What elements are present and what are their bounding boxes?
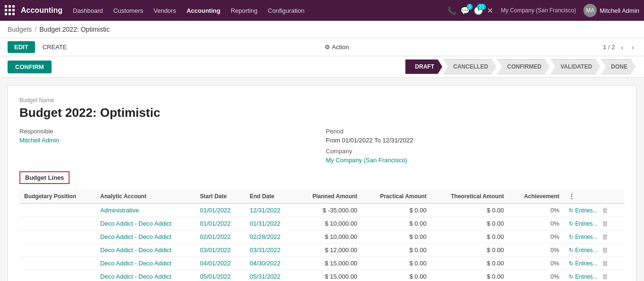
cell-planned-amount: $ 10,000.00 — [295, 230, 362, 244]
cell-budgetary-position — [19, 270, 96, 281]
delete-icon[interactable]: 🗑 — [602, 260, 608, 267]
cell-achievement: 0% — [509, 203, 564, 217]
delete-icon[interactable]: 🗑 — [602, 220, 608, 227]
action-button[interactable]: ⚙ Action — [321, 41, 353, 53]
create-button[interactable]: CREATE — [39, 41, 71, 53]
cell-analytic-account[interactable]: Deco Addict - Deco Addict — [96, 244, 195, 257]
cell-end-date[interactable]: 02/28/2022 — [245, 230, 295, 244]
delete-icon[interactable]: 🗑 — [602, 207, 608, 214]
confirm-button[interactable]: CONFIRM — [8, 61, 52, 73]
chat-badge: 5 — [467, 4, 473, 10]
avatar: MA — [583, 4, 597, 17]
cell-analytic-account[interactable]: Deco Addict - Deco Addict — [96, 217, 195, 230]
close-icon[interactable]: ✕ — [487, 6, 493, 15]
cell-start-date[interactable]: 02/01/2022 — [195, 230, 245, 244]
responsible-label: Responsible — [19, 128, 318, 135]
cell-achievement: 0% — [509, 217, 564, 230]
menu-vendors[interactable]: Vendors — [149, 5, 181, 16]
cell-analytic-account[interactable]: Deco Addict - Deco Addict — [96, 257, 195, 270]
delete-icon[interactable]: 🗑 — [602, 246, 608, 254]
status-bar: CONFIRM DRAFT CANCELLED CONFIRMED VALIDA… — [0, 56, 644, 78]
app-logo[interactable]: Accounting — [5, 5, 62, 16]
activity-icon[interactable]: 🕐31 — [474, 6, 483, 15]
cell-analytic-account[interactable]: Deco Addict - Deco Addict — [96, 230, 195, 244]
cell-start-date[interactable]: 05/01/2022 — [195, 270, 245, 281]
cell-practical-amount: $ 0.00 — [362, 203, 431, 217]
status-done[interactable]: DONE — [601, 59, 635, 74]
entries-link[interactable]: ↻ Entries... — [569, 247, 598, 254]
cell-theoretical-amount: $ 0.00 — [431, 230, 509, 244]
col-budgetary-position: Budgetary Position — [19, 190, 96, 203]
cell-start-date[interactable]: 03/01/2022 — [195, 244, 245, 257]
edit-button[interactable]: EDIT — [8, 41, 35, 53]
cell-achievement: 0% — [509, 230, 564, 244]
period-label: Period — [326, 128, 625, 135]
cell-end-date[interactable]: 05/31/2022 — [245, 270, 295, 281]
entries-link[interactable]: ↻ Entries... — [569, 260, 598, 267]
entries-link[interactable]: ↻ Entries... — [569, 220, 598, 227]
entries-link[interactable]: ↻ Entries... — [569, 207, 598, 214]
cell-budgetary-position — [19, 203, 96, 217]
col-start-date: Start Date — [195, 190, 245, 203]
menu-configuration[interactable]: Configuration — [263, 5, 309, 16]
status-cancelled[interactable]: CANCELLED — [443, 59, 496, 74]
phone-icon[interactable]: 📞 — [447, 6, 457, 15]
breadcrumb-parent[interactable]: Budgets — [8, 26, 32, 33]
cell-analytic-account[interactable]: Deco Addict - Deco Addict — [96, 270, 195, 281]
col-planned-amount: Planned Amount — [295, 190, 362, 203]
cell-start-date[interactable]: 01/01/2022 — [195, 203, 245, 217]
cell-start-date[interactable]: 01/01/2022 — [195, 217, 245, 230]
cell-end-date[interactable]: 04/30/2022 — [245, 257, 295, 270]
cell-budgetary-position — [19, 244, 96, 257]
cell-analytic-account[interactable]: Administrative — [96, 203, 195, 217]
status-draft[interactable]: DRAFT — [405, 59, 442, 74]
table-row: Deco Addict - Deco Addict 03/01/2022 03/… — [19, 244, 625, 257]
cell-end-date[interactable]: 03/31/2022 — [245, 244, 295, 257]
cell-theoretical-amount: $ 0.00 — [431, 203, 509, 217]
status-confirmed[interactable]: CONFIRMED — [497, 59, 550, 74]
cell-practical-amount: $ 0.00 — [362, 257, 431, 270]
grid-icon — [5, 5, 15, 16]
menu-dashboard[interactable]: Dashboard — [68, 5, 108, 16]
cell-practical-amount: $ 0.00 — [362, 270, 431, 281]
delete-icon[interactable]: 🗑 — [602, 273, 608, 280]
pagination-text: 1 / 2 — [603, 44, 615, 51]
user-name: Mitchell Admin — [600, 7, 639, 14]
main-menu: Dashboard Customers Vendors Accounting R… — [68, 5, 445, 16]
budget-name-value: Budget 2022: Optimistic — [19, 105, 625, 120]
delete-icon[interactable]: 🗑 — [602, 233, 608, 240]
chat-icon[interactable]: 💬5 — [460, 6, 470, 15]
cell-theoretical-amount: $ 0.00 — [431, 270, 509, 281]
user-menu[interactable]: MA Mitchell Admin — [583, 4, 639, 17]
menu-customers[interactable]: Customers — [109, 5, 148, 16]
responsible-field: Responsible Mitchell Admin — [19, 128, 318, 164]
cell-actions: ↻ Entries... 🗑 — [564, 270, 625, 281]
menu-accounting[interactable]: Accounting — [182, 5, 225, 16]
cell-budgetary-position — [19, 257, 96, 270]
pagination-next[interactable]: › — [629, 43, 636, 52]
col-options: ⋮ — [564, 190, 625, 203]
status-validated[interactable]: VALIDATED — [550, 59, 600, 74]
company-value[interactable]: My Company (San Francisco) — [326, 157, 625, 164]
cell-budgetary-position — [19, 217, 96, 230]
budget-lines-tab[interactable]: Budget Lines — [19, 171, 70, 184]
table-row: Administrative 01/01/2022 12/31/2022 $ -… — [19, 203, 625, 217]
action-bar: EDIT CREATE ⚙ Action 1 / 2 ‹ › — [0, 38, 644, 56]
col-end-date: End Date — [245, 190, 295, 203]
pagination-prev[interactable]: ‹ — [619, 43, 626, 52]
cell-end-date[interactable]: 12/31/2022 — [245, 203, 295, 217]
entries-link[interactable]: ↻ Entries... — [569, 273, 598, 280]
entries-link[interactable]: ↻ Entries... — [569, 234, 598, 240]
cell-planned-amount: $ 10,000.00 — [295, 217, 362, 230]
activity-badge: 31 — [477, 4, 486, 10]
responsible-value[interactable]: Mitchell Admin — [19, 137, 318, 144]
menu-reporting[interactable]: Reporting — [226, 5, 262, 16]
col-achievement: Achievement — [509, 190, 564, 203]
cell-budgetary-position — [19, 230, 96, 244]
col-practical-amount: Practical Amount — [362, 190, 431, 203]
cell-achievement: 0% — [509, 257, 564, 270]
table-row: Deco Addict - Deco Addict 01/01/2022 01/… — [19, 217, 625, 230]
cell-end-date[interactable]: 01/31/2022 — [245, 217, 295, 230]
table-row: Deco Addict - Deco Addict 05/01/2022 05/… — [19, 270, 625, 281]
cell-start-date[interactable]: 04/01/2022 — [195, 257, 245, 270]
